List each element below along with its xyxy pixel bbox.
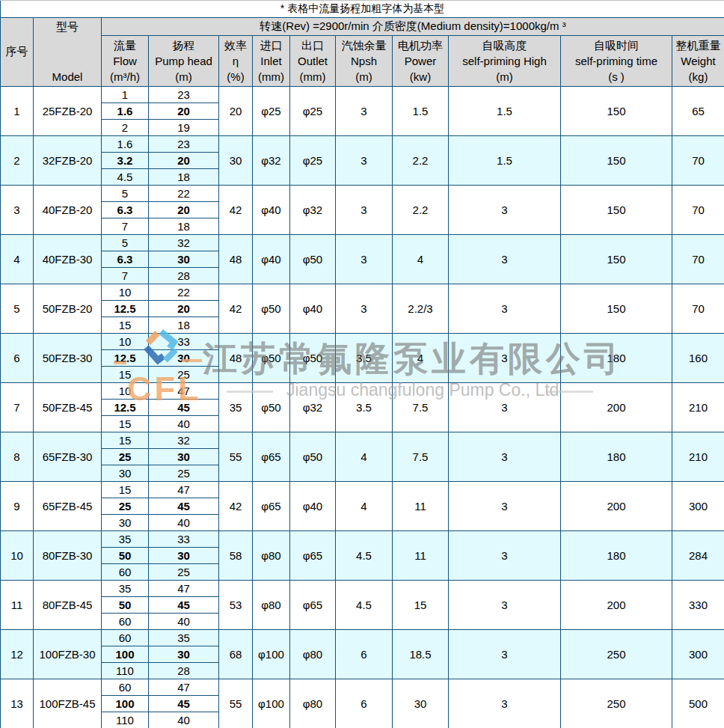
pump-spec-page: * 表格中流量扬程加粗字体为基本型 序号 型号 Model 转速(Rev) =2…: [0, 0, 724, 728]
cell-npsh: 4.5: [336, 531, 393, 581]
cell-high: 3: [449, 679, 561, 728]
cell-weight: 210: [672, 432, 724, 482]
cell-eff: 42: [219, 284, 253, 334]
cell-head-rated: 45: [149, 597, 219, 614]
cell-head-rated: 30: [149, 350, 219, 367]
cell-head-rated: 45: [149, 400, 219, 416]
cell-outlet: φ25: [290, 87, 336, 136]
cell-model: 50FZB-30: [34, 334, 102, 383]
cell-flow-max: 15: [102, 416, 149, 432]
cell-model: 32FZB-20: [34, 136, 102, 186]
cell-power: 7.5: [393, 432, 449, 482]
cell-flow-min: 15: [102, 482, 149, 498]
cell-flow-max: 60: [102, 614, 149, 630]
cell-head-min: 19: [149, 120, 219, 136]
cell-npsh: 6: [336, 679, 393, 728]
table-row: 750FZB-45104735φ50φ323.57.53200210: [1, 383, 724, 400]
cell-eff: 68: [219, 630, 253, 679]
col-header-flow: 流量Flow(m³/h): [102, 35, 149, 87]
cell-weight: 70: [672, 284, 724, 334]
cell-flow-rated: 100: [102, 646, 149, 663]
cell-flow-max: 60: [102, 564, 149, 581]
cell-power: 15: [393, 581, 449, 630]
cell-eff: 58: [219, 531, 253, 581]
cell-weight: 300: [672, 482, 724, 531]
cell-head-max: 32: [149, 235, 219, 251]
cell-npsh: 3.5: [336, 383, 393, 432]
cell-model: 40FZB-20: [34, 186, 102, 235]
cell-inlet: φ80: [253, 531, 290, 581]
cell-time: 200: [561, 482, 672, 531]
cell-outlet: φ80: [290, 630, 336, 679]
cell-outlet: φ50: [290, 334, 336, 383]
cell-power: 11: [393, 531, 449, 581]
cell-eff: 20: [219, 87, 253, 136]
cell-row-number: 10: [1, 531, 34, 581]
cell-weight: 284: [672, 531, 724, 581]
table-row: 125FZB-2012320φ25φ2531.51.515065: [1, 87, 724, 103]
cell-time: 200: [561, 383, 672, 432]
cell-head-rated: 45: [149, 696, 219, 712]
cell-inlet: φ40: [253, 235, 290, 284]
cell-flow-max: 15: [102, 317, 149, 334]
cell-row-number: 13: [1, 679, 34, 728]
cell-power: 30: [393, 679, 449, 728]
cell-inlet: φ50: [253, 334, 290, 383]
header-row-number: 序号: [1, 18, 34, 87]
cell-eff: 30: [219, 136, 253, 186]
cell-head-max: 23: [149, 136, 219, 153]
cell-outlet: φ32: [290, 383, 336, 432]
cell-head-min: 25: [149, 367, 219, 383]
cell-flow-max: 30: [102, 515, 149, 531]
cell-row-number: 1: [1, 87, 34, 136]
cell-flow-min: 10: [102, 383, 149, 400]
speed-density-note: 转速(Rev) =2900r/min 介质密度(Medium density)=…: [102, 18, 724, 36]
cell-power: 4: [393, 334, 449, 383]
cell-weight: 70: [672, 235, 724, 284]
cell-head-min: 40: [149, 614, 219, 630]
cell-outlet: φ50: [290, 235, 336, 284]
cell-flow-max: 110: [102, 712, 149, 728]
cell-npsh: 3: [336, 284, 393, 334]
cell-power: 2.2: [393, 186, 449, 235]
cell-power: 7.5: [393, 383, 449, 432]
cell-flow-rated: 3.2: [102, 153, 149, 169]
cell-time: 150: [561, 136, 672, 186]
cell-flow-max: 7: [102, 268, 149, 284]
header-model: 型号 Model: [34, 18, 102, 87]
cell-flow-rated: 12.5: [102, 301, 149, 317]
cell-row-number: 2: [1, 136, 34, 186]
cell-head-rated: 30: [149, 646, 219, 663]
table-row: 650FZB-30103348φ50φ503.543180160: [1, 334, 724, 350]
cell-flow-max: 4.5: [102, 169, 149, 186]
cell-weight: 300: [672, 630, 724, 679]
cell-flow-rated: 25: [102, 449, 149, 465]
cell-flow-max: 15: [102, 367, 149, 383]
cell-high: 1.5: [449, 136, 561, 186]
cell-flow-min: 35: [102, 531, 149, 548]
cell-outlet: φ25: [290, 136, 336, 186]
cell-head-max: 47: [149, 482, 219, 498]
cell-power: 2.2: [393, 136, 449, 186]
cell-model: 80FZB-45: [34, 581, 102, 630]
cell-flow-min: 15: [102, 432, 149, 449]
cell-flow-max: 2: [102, 120, 149, 136]
cell-model: 40FZB-30: [34, 235, 102, 284]
cell-outlet: φ40: [290, 284, 336, 334]
cell-row-number: 9: [1, 482, 34, 531]
cell-high: 3: [449, 482, 561, 531]
col-header-power: 电机功率Power(kw): [393, 35, 449, 87]
cell-power: 18.5: [393, 630, 449, 679]
cell-high: 3: [449, 531, 561, 581]
cell-high: 3: [449, 581, 561, 630]
cell-weight: 500: [672, 679, 724, 728]
cell-row-number: 4: [1, 235, 34, 284]
cell-model: 25FZB-20: [34, 87, 102, 136]
cell-power: 11: [393, 482, 449, 531]
col-header-inlet: 进口Inlet(mm): [253, 35, 290, 87]
cell-weight: 70: [672, 186, 724, 235]
cell-head-max: 33: [149, 334, 219, 350]
cell-flow-min: 1: [102, 87, 149, 103]
cell-inlet: φ100: [253, 630, 290, 679]
cell-outlet: φ80: [290, 679, 336, 728]
